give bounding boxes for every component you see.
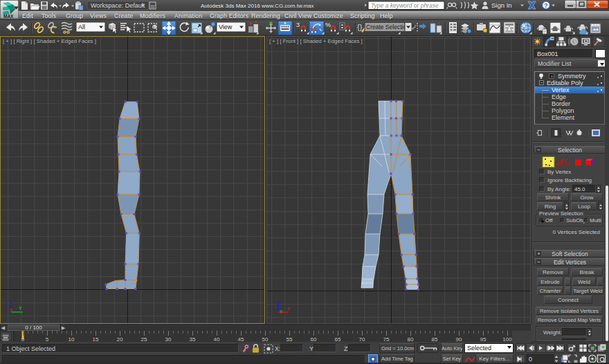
svg-text:www.CG.com.tw.max: www.CG.com.tw.max <box>261 3 314 9</box>
svg-text:70: 70 <box>359 336 365 343</box>
svg-text:85: 85 <box>432 336 438 343</box>
svg-text:65: 65 <box>335 336 341 343</box>
svg-text:0: 0 <box>21 336 25 343</box>
svg-text:{}: {} <box>357 23 363 31</box>
svg-text:15: 15 <box>93 336 99 343</box>
svg-text:45: 45 <box>238 336 244 343</box>
svg-text:10: 10 <box>69 336 75 343</box>
svg-text:55: 55 <box>287 336 293 343</box>
svg-text:%: % <box>325 21 331 28</box>
svg-text:20: 20 <box>117 336 123 343</box>
svg-text:All: All <box>78 24 85 30</box>
svg-text:Autodesk 3ds Max 2016: Autodesk 3ds Max 2016 <box>201 3 260 9</box>
svg-text:x: x <box>287 306 290 311</box>
svg-text:60: 60 <box>311 336 317 343</box>
svg-text:x: x <box>10 307 12 312</box>
svg-text:25: 25 <box>141 336 147 343</box>
svg-text:5: 5 <box>46 336 49 343</box>
svg-text:View: View <box>219 24 233 30</box>
svg-text:40: 40 <box>214 336 220 343</box>
svg-text:Y: Y <box>19 306 22 311</box>
svg-text:50: 50 <box>262 336 269 343</box>
svg-text:MAX: MAX <box>3 14 14 19</box>
svg-text:80: 80 <box>408 336 414 343</box>
svg-text:75: 75 <box>383 336 390 343</box>
svg-text:30: 30 <box>165 336 172 343</box>
svg-text:3: 3 <box>296 21 300 28</box>
svg-text:35: 35 <box>190 336 196 343</box>
svg-text:95: 95 <box>480 336 487 343</box>
svg-text:Type a keyword or phrase: Type a keyword or phrase <box>371 2 439 9</box>
svg-text:100: 100 <box>502 336 512 343</box>
svg-text:?: ? <box>544 2 548 9</box>
svg-text:Y: Y <box>280 309 283 314</box>
svg-text:90: 90 <box>456 336 462 343</box>
svg-text:0: 0 <box>529 356 532 363</box>
svg-text:Workspace: Default: Workspace: Default <box>91 2 145 9</box>
svg-text:Sign In: Sign In <box>491 1 512 9</box>
